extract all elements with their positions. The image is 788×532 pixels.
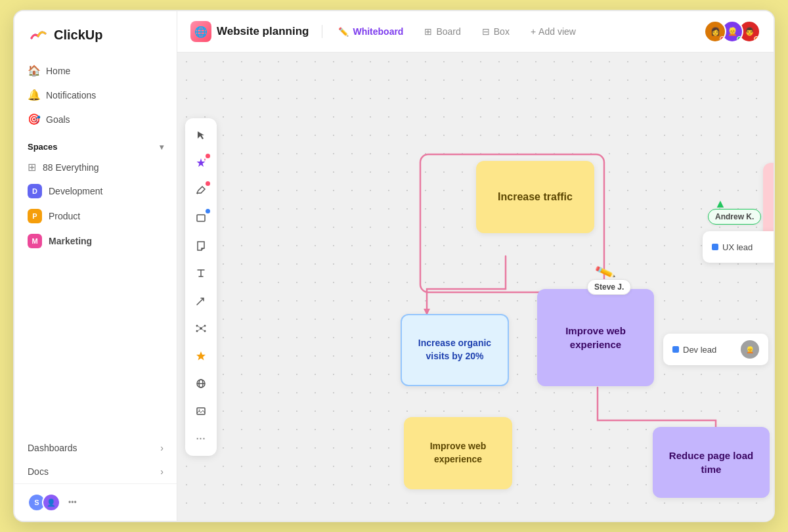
status-dot-orange — [754, 36, 759, 41]
sidebar-item-goals-label: Goals — [46, 114, 70, 125]
pen-tool-dot — [206, 181, 210, 186]
spaces-section-header: Spaces ▾ — [14, 134, 177, 156]
sidebar-item-product[interactable]: P Product — [20, 204, 171, 229]
dev-lead-avatar: 👱 — [741, 340, 759, 359]
sticky-increase-organic-text: Increase organic visits by 20% — [412, 337, 497, 363]
dashboards-chevron-icon: › — [160, 443, 164, 453]
user-avatar-2: 👤 — [42, 493, 60, 512]
development-space-icon: D — [28, 184, 42, 198]
text-tool[interactable] — [189, 261, 213, 285]
task-card-dev-lead[interactable]: Dev lead 👱 — [663, 334, 768, 365]
nametag-andrew: Andrew K. — [708, 209, 761, 225]
svg-point-1 — [200, 327, 202, 330]
add-view-plus-icon: + — [531, 26, 536, 37]
sticky-increase-organic[interactable]: Increase organic visits by 20% — [401, 314, 509, 386]
tab-board[interactable]: ⊞ Board — [416, 22, 468, 41]
topbar-avatar-1: 👩 — [704, 20, 726, 43]
svg-line-9 — [202, 329, 204, 330]
sidebar-item-everything[interactable]: ⊞ 88 Everything — [20, 156, 171, 179]
grid-icon: ⊞ — [28, 161, 36, 173]
image-tool[interactable] — [189, 399, 213, 423]
globe-tool[interactable] — [189, 372, 213, 395]
product-label: Product — [49, 211, 80, 221]
sidebar-item-home[interactable]: 🏠 Home — [20, 58, 171, 83]
svg-point-2 — [196, 324, 198, 326]
nametag-andrew-text: Andrew K. — [715, 212, 754, 221]
board-tab-label: Board — [436, 26, 460, 37]
sidebar-item-dashboards[interactable]: Dashboards › — [14, 436, 177, 460]
topbar-user-avatars: 👩 👱 👨 — [704, 20, 760, 43]
sidebar-item-marketing[interactable]: M Marketing — [20, 229, 171, 254]
docs-chevron-icon: › — [160, 466, 164, 477]
sticky-reduce-page-load-text: Reduce page load time — [663, 449, 759, 476]
pen-tool[interactable] — [189, 179, 213, 202]
sidebar-item-notifications-label: Notifications — [46, 90, 96, 100]
select-tool[interactable] — [189, 123, 213, 147]
spaces-chevron-icon[interactable]: ▾ — [160, 143, 164, 152]
nametag-steve: Steve J. — [587, 279, 631, 295]
docs-label: Docs — [28, 466, 49, 477]
sticky-increase-traffic[interactable]: Increase traffic — [476, 161, 594, 233]
marketing-space-icon: M — [28, 234, 42, 248]
user-options-icon[interactable]: ••• — [68, 498, 77, 507]
ai-tool[interactable] — [189, 344, 213, 368]
task-card-ux-lead[interactable]: UX lead 👩 — [703, 231, 774, 263]
add-view-button[interactable]: + Add view — [523, 22, 584, 41]
svg-rect-0 — [197, 215, 205, 221]
svg-line-5 — [198, 329, 200, 330]
product-space-icon: P — [28, 209, 42, 223]
marketing-label: Marketing — [49, 236, 92, 246]
clickup-logo-icon — [28, 24, 49, 45]
dev-lead-label: Dev lead — [672, 345, 716, 355]
sticky-improve-web-center[interactable]: Improve web experience — [537, 289, 654, 386]
ux-lead-label: UX lead — [712, 242, 753, 252]
svg-marker-10 — [196, 351, 206, 361]
tab-whiteboard[interactable]: ✏️ Whiteboard — [330, 22, 411, 41]
add-view-label: Add view — [538, 26, 576, 37]
toolbar: ··· — [185, 118, 217, 456]
nametag-steve-text: Steve J. — [594, 282, 624, 292]
svg-point-6 — [204, 324, 206, 326]
svg-line-7 — [202, 326, 204, 327]
sticky-increase-traffic-text: Increase traffic — [498, 190, 573, 204]
bell-icon: 🔔 — [28, 89, 39, 101]
ux-lead-text: UX lead — [722, 242, 753, 252]
sidebar-item-goals[interactable]: 🎯 Goals — [20, 107, 171, 131]
more-tools[interactable]: ··· — [189, 427, 213, 451]
sidebar-item-notifications[interactable]: 🔔 Notifications — [20, 83, 171, 107]
main-content: 🌐 Website planning ✏️ Whiteboard ⊞ Board… — [177, 11, 774, 521]
svg-point-15 — [199, 409, 200, 410]
dev-lead-text: Dev lead — [683, 345, 716, 355]
sidebar-navigation: 🏠 Home 🔔 Notifications 🎯 Goals — [14, 56, 177, 134]
sticky-reduce-page-load[interactable]: Reduce page load time — [653, 427, 770, 498]
sticky-improve-web-bottom[interactable]: Improve web experience — [404, 417, 512, 489]
sidebar-item-docs[interactable]: Docs › — [14, 460, 177, 483]
sidebar-item-home-label: Home — [46, 66, 70, 76]
mindmap-tool[interactable] — [189, 317, 213, 340]
ux-lead-dot — [712, 244, 718, 250]
green-cursor-icon: ▲ — [714, 197, 726, 211]
arrow-tool[interactable] — [189, 289, 213, 313]
box-tab-label: Box — [494, 26, 510, 37]
tab-box[interactable]: ⊟ Box — [474, 22, 517, 41]
note-tool[interactable] — [189, 234, 213, 257]
app-container: ClickUp 🏠 Home 🔔 Notifications 🎯 Goals S… — [13, 10, 775, 522]
sticky-improve-web-bottom-text: Improve web experience — [414, 440, 502, 466]
sidebar-item-development[interactable]: D Development — [20, 179, 171, 204]
project-icon: 🌐 — [190, 21, 211, 42]
sidebar: ClickUp 🏠 Home 🔔 Notifications 🎯 Goals S… — [14, 11, 177, 521]
whiteboard-tab-label: Whiteboard — [353, 26, 403, 37]
app-name: ClickUp — [54, 28, 102, 43]
user-avatars: S 👤 — [28, 493, 60, 512]
development-label: Development — [49, 186, 103, 196]
magic-tool-dot — [206, 154, 210, 158]
project-title: Website planning — [217, 25, 309, 38]
magic-tool[interactable] — [189, 151, 213, 175]
rect-tool[interactable] — [189, 206, 213, 230]
whiteboard-canvas[interactable]: ··· Increase traffic — [177, 53, 774, 521]
topbar-divider — [322, 25, 322, 38]
svg-line-3 — [198, 326, 200, 327]
dev-lead-dot — [672, 346, 679, 353]
sticky-improve-web-center-text: Improve web experience — [548, 324, 644, 351]
home-icon: 🏠 — [28, 64, 39, 77]
